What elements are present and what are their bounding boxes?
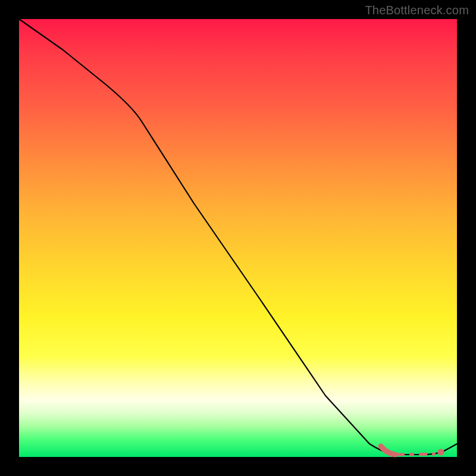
optimal-range-end-dot	[438, 449, 444, 456]
chart-overlay	[19, 19, 457, 457]
watermark-label: TheBottleneck.com	[365, 4, 469, 17]
chart-frame: TheBottleneck.com	[0, 0, 476, 476]
optimal-range-start-marker	[381, 446, 395, 455]
bottleneck-curve	[19, 19, 457, 455]
